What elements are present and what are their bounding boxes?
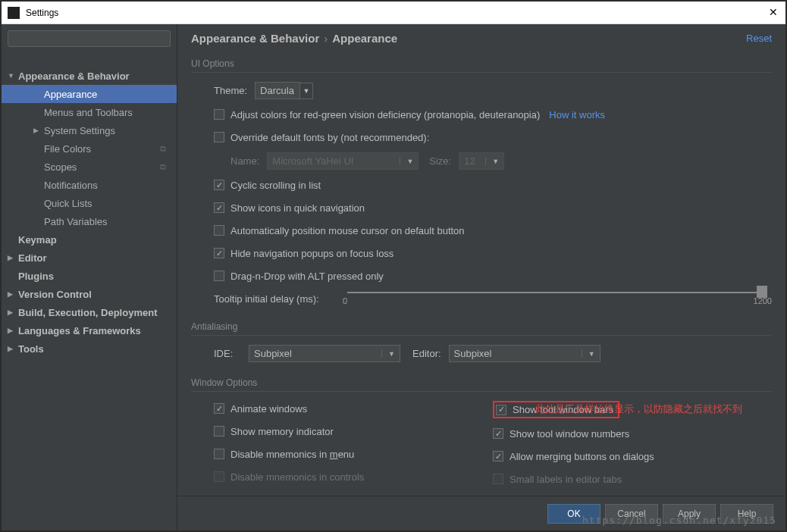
- tree-item[interactable]: Quick Lists: [2, 194, 177, 212]
- memory-checkbox[interactable]: [214, 426, 224, 437]
- chevron-right-icon: ▶: [33, 127, 42, 134]
- font-name-label: Name:: [230, 155, 259, 167]
- tree-item-label: Scopes: [44, 161, 77, 173]
- dnd-alt-checkbox[interactable]: [214, 271, 224, 281]
- tree-item[interactable]: ▶Tools: [2, 340, 177, 358]
- crumb-leaf: Appearance: [332, 32, 397, 45]
- tree-item-label: Keymap: [18, 234, 57, 246]
- aa-ide-combo[interactable]: Subpixel▼: [249, 345, 400, 362]
- animate-checkbox[interactable]: [214, 403, 224, 414]
- small-labels-checkbox[interactable]: [493, 474, 503, 484]
- tree-item[interactable]: ▶Languages & Frameworks: [2, 321, 177, 340]
- chevron-down-icon: ▼: [381, 350, 395, 358]
- mnemonics-menu-checkbox[interactable]: [214, 449, 224, 459]
- settings-tree: ▼Appearance & BehaviorAppearanceMenus an…: [2, 67, 177, 530]
- antialiasing-heading: Antialiasing: [191, 321, 772, 336]
- content: ⌕ ▼Appearance & BehaviorAppearanceMenus …: [2, 24, 785, 530]
- reset-link[interactable]: Reset: [746, 33, 772, 44]
- tooltip-delay-slider[interactable]: [347, 292, 767, 293]
- chevron-right-icon: ›: [324, 32, 328, 45]
- tool-bars-checkbox[interactable]: [496, 405, 506, 415]
- mnemonics-menu-label: Disable mnemonics in menu: [230, 449, 354, 460]
- tree-item-label: Build, Execution, Deployment: [18, 307, 157, 318]
- icons-nav-checkbox[interactable]: [214, 202, 224, 213]
- tree-item[interactable]: Notifications: [2, 176, 177, 194]
- tree-item-label: System Settings: [44, 125, 115, 136]
- tree-item-label: Editor: [18, 252, 47, 264]
- watermark: https://blog.csdn.net/xfy2015: [582, 515, 776, 526]
- tool-numbers-label: Show tool window numbers: [510, 428, 629, 440]
- chevron-right-icon: ▶: [8, 290, 17, 298]
- tree-item[interactable]: Keymap: [2, 230, 177, 249]
- search-input[interactable]: [8, 30, 171, 47]
- sidebar: ⌕ ▼Appearance & BehaviorAppearanceMenus …: [2, 24, 177, 530]
- memory-label: Show memory indicator: [230, 426, 334, 437]
- tree-item-label: Menus and Toolbars: [44, 107, 133, 118]
- tree-item[interactable]: ▶Editor: [2, 249, 177, 267]
- settings-panel: UI Options Theme: Darcula ▼ Adjust color…: [177, 52, 785, 496]
- chevron-down-icon: ▼: [582, 350, 595, 358]
- chevron-down-icon: ▼: [485, 158, 499, 165]
- annotation-text: 此处是工具样始终显示，以防隐藏之后就找不到: [535, 402, 778, 417]
- chevron-right-icon: ▶: [8, 308, 17, 316]
- tree-item[interactable]: Plugins: [2, 267, 177, 285]
- aa-editor-combo[interactable]: Subpixel▼: [449, 345, 600, 362]
- tree-item[interactable]: ▶Build, Execution, Deployment: [2, 303, 177, 321]
- tree-item[interactable]: Scopes⧉: [2, 158, 177, 176]
- tree-item-label: Plugins: [18, 271, 54, 282]
- chevron-right-icon: ▶: [8, 254, 17, 261]
- allow-merge-label: Allow merging buttons on dialogs: [510, 451, 654, 462]
- cyclic-label: Cyclic scrolling in list: [230, 180, 321, 191]
- ui-options-heading: UI Options: [191, 58, 772, 73]
- font-size-combo: 12▼: [459, 152, 504, 170]
- tree-item[interactable]: Appearance: [2, 85, 177, 103]
- app-icon: [8, 7, 20, 19]
- tree-item[interactable]: ▼Appearance & Behavior: [2, 67, 177, 85]
- adjust-colors-checkbox[interactable]: [214, 109, 224, 120]
- chevron-down-icon: ▼: [8, 72, 17, 80]
- slider-min: 0: [343, 296, 347, 305]
- mnemonics-controls-checkbox[interactable]: [214, 471, 224, 482]
- animate-label: Animate windows: [230, 403, 307, 415]
- theme-combo[interactable]: Darcula: [255, 82, 300, 99]
- tree-item[interactable]: ▶System Settings: [2, 121, 177, 139]
- hide-nav-checkbox[interactable]: [214, 248, 224, 258]
- slider-handle[interactable]: [757, 286, 767, 298]
- small-labels-label: Small labels in editor tabs: [510, 474, 622, 485]
- cyclic-checkbox[interactable]: [214, 180, 224, 190]
- icons-nav-label: Show icons in quick navigation: [230, 202, 365, 214]
- tree-item-label: Path Variables: [44, 216, 108, 227]
- titlebar: Settings ✕: [2, 2, 785, 24]
- project-badge-icon: ⧉: [160, 162, 166, 172]
- auto-mouse-label: Automatically position mouse cursor on d…: [230, 225, 465, 236]
- project-badge-icon: ⧉: [160, 144, 166, 154]
- hide-nav-label: Hide navigation popups on focus loss: [230, 248, 394, 259]
- font-name-combo: Microsoft YaHei UI▼: [267, 152, 419, 170]
- tree-item-label: Appearance & Behavior: [18, 70, 130, 82]
- auto-mouse-checkbox[interactable]: [214, 225, 224, 236]
- tooltip-delay-label: Tooltip initial delay (ms):: [214, 293, 335, 305]
- override-fonts-label: Override default fonts by (not recommend…: [230, 132, 429, 143]
- allow-merge-checkbox[interactable]: [493, 451, 503, 462]
- tree-item-label: Quick Lists: [44, 198, 92, 209]
- window-title: Settings: [26, 8, 767, 18]
- tree-item[interactable]: ▶Version Control: [2, 285, 177, 303]
- tree-item[interactable]: Path Variables: [2, 212, 177, 230]
- close-icon[interactable]: ✕: [767, 7, 779, 19]
- how-it-works-link[interactable]: How it works: [549, 109, 605, 120]
- tree-item-label: Version Control: [18, 289, 92, 300]
- chevron-down-icon[interactable]: ▼: [299, 83, 313, 99]
- tree-item-label: Notifications: [44, 180, 98, 191]
- tree-item[interactable]: Menus and Toolbars: [2, 103, 177, 121]
- breadcrumb: Appearance & Behavior › Appearance Reset: [177, 24, 785, 52]
- tree-item[interactable]: File Colors⧉: [2, 139, 177, 158]
- tool-numbers-checkbox[interactable]: [493, 428, 503, 439]
- settings-window: Settings ✕ ⌕ ▼Appearance & BehaviorAppea…: [2, 2, 785, 530]
- window-options-heading: Window Options: [191, 377, 772, 392]
- override-fonts-checkbox[interactable]: [214, 132, 224, 142]
- font-size-label: Size:: [429, 155, 451, 167]
- aa-editor-label: Editor:: [412, 348, 441, 359]
- chevron-down-icon: ▼: [400, 158, 413, 165]
- main-panel: Appearance & Behavior › Appearance Reset…: [177, 24, 785, 530]
- aa-ide-label: IDE:: [214, 348, 241, 359]
